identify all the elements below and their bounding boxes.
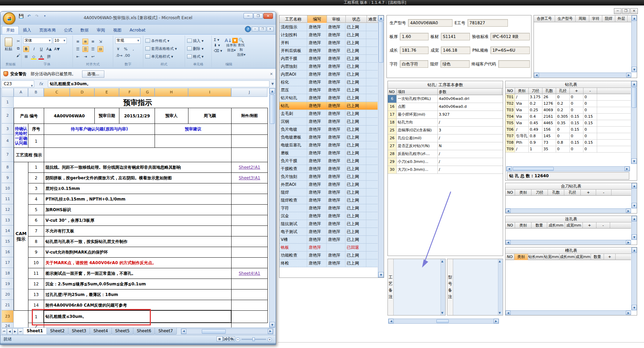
link_table-scroll-right-icon[interactable]: ▶ (626, 240, 631, 244)
align-bottom-icon[interactable]: ≡ (90, 39, 96, 44)
info-value-验收标准[interactable]: IPC-6012 Ⅱ级 (490, 33, 530, 40)
excel-close-icon[interactable]: ✕ (263, 13, 273, 19)
cell-C16[interactable]: V-cut允许削到MARK点的保护环 (44, 247, 232, 258)
font-grow-icon[interactable]: A▲ (46, 46, 52, 52)
autosum-button[interactable]: Σ ▾ (214, 38, 222, 42)
drill-scroll-right-icon[interactable]: ▶ (625, 167, 630, 171)
cell-I2[interactable]: 周飞颖 (188, 108, 232, 124)
info-value-板厚[interactable]: 1.60 (400, 33, 429, 40)
process-vscrollbar[interactable]: ▲▼ (378, 15, 384, 278)
cell-H2[interactable]: 预审人 (155, 108, 188, 124)
cell-B4[interactable]: 1 (28, 134, 44, 148)
font-color-icon[interactable]: A (38, 54, 44, 60)
info-value-E工号[interactable]: 781827 (468, 19, 508, 27)
merge-header-合拼工号[interactable]: 合拼工号 (534, 15, 555, 22)
merge-vscrollbar[interactable]: ▲▼ (631, 15, 637, 72)
process-scroll-thumb[interactable] (379, 22, 383, 63)
slot_table-header-钻长mm[interactable]: 钻长mm (528, 254, 544, 260)
close-icon[interactable]: ✕ (630, 8, 638, 14)
fill-button[interactable]: ⬇ ▾ (214, 43, 222, 48)
row-header-23[interactable]: 23 (1, 310, 14, 323)
cell-F2[interactable]: 2015/12/29 (119, 108, 155, 124)
link_table-header-类别[interactable]: 类别 (515, 222, 531, 229)
comma-icon[interactable]: , (130, 46, 136, 52)
excel-minimize-icon[interactable]: ─ (244, 13, 253, 19)
process-row-功能检查[interactable]: 功能检查唐艳萍唐艳萍已上网 (279, 252, 378, 259)
security-bar-close-icon[interactable]: ✕ (270, 69, 273, 79)
scroll-up-icon[interactable]: ▲ (270, 88, 275, 94)
slot_table-header-成长mm[interactable]: 成长mm (560, 254, 575, 260)
cell-B13[interactable]: 6 (28, 215, 44, 226)
cell-J21[interactable] (231, 300, 268, 311)
note-right-down-icon[interactable]: ▼ (499, 311, 501, 314)
font-name-select[interactable]: 宋体▼ (23, 38, 52, 44)
drill-scroll-down-icon[interactable]: ▼ (631, 158, 637, 164)
row-header-20[interactable]: 20 (1, 289, 14, 300)
scroll-thumb[interactable] (436, 319, 449, 323)
slot_table-vscrollbar[interactable]: ▲▼ (631, 247, 637, 310)
slot_table-header-类别[interactable]: 类别 (514, 254, 528, 260)
process-row-负电镀磨板[interactable]: 负电镀磨板唐艳萍唐艳萍已上网 (279, 133, 378, 141)
drill-vscrollbar[interactable]: ▲▼ (631, 81, 637, 164)
combine_table-vscrollbar[interactable]: ▲▼ (631, 183, 637, 208)
hscroll-right-icon[interactable]: ▶ (268, 329, 273, 334)
link_table-header-NO[interactable]: NO (505, 222, 515, 229)
drill-header--[interactable]: - (583, 88, 597, 94)
process-row-阻抗测试[interactable]: 阻抗测试唐艳萍唐艳萍已上网 (279, 220, 378, 228)
sheet-tab-Sheet7[interactable]: Sheet7 (155, 328, 176, 335)
increase-decimal-icon[interactable]: .0→ (115, 53, 123, 59)
cell-J11[interactable] (231, 194, 268, 205)
link_table-scroll-down-icon[interactable]: ▼ (632, 234, 637, 240)
drill-header-+[interactable]: + (570, 88, 583, 94)
grid-corner-cell[interactable] (1, 88, 14, 97)
note-right-scroll[interactable]: ▲▼ (498, 259, 503, 315)
cell-C8[interactable]: 阻抗线。间距不一致移线处理。部分线两边没有铜皮即非共面地忽略其影响 (44, 162, 232, 173)
row-header-21[interactable]: 21 (1, 300, 14, 310)
row-header-18[interactable]: 18 (1, 268, 14, 279)
row-header-19[interactable]: 19 (1, 279, 14, 289)
column-header-G[interactable]: G (140, 88, 155, 97)
row-header-11[interactable]: 11 (1, 194, 14, 204)
drill-row-T04[interactable]: T04Via0.421610.3050.150.15 (505, 114, 631, 120)
scroll-left-icon[interactable]: ◀ (389, 319, 394, 323)
process-row-内层蚀刻[interactable]: 内层蚀刻唐艳萍唐艳萍已上网 (279, 63, 378, 70)
params-row-29[interactable]: 29小刀(≤0.3mm).../ (388, 158, 503, 166)
cell-J12[interactable] (231, 204, 268, 215)
orientation-icon[interactable]: ⇲ (97, 39, 103, 44)
combine_table-scroll-left-icon[interactable]: ◀ (505, 209, 511, 213)
help-icon[interactable]: ? (245, 26, 251, 32)
fill-color-icon[interactable]: ◇ (31, 54, 37, 60)
params-row-17[interactable]: 17最小焊环宽(mil)3.927 (388, 111, 503, 119)
cell-B8[interactable]: 1 (28, 162, 44, 173)
cell-C19[interactable]: 沉金：2.5um≦镍厚≦5um,0.05um≦金厚≦0.1um (44, 279, 232, 289)
merge-header-外层[interactable]: 外层 (615, 15, 628, 22)
cell-C1[interactable]: 预审指示 (44, 97, 232, 108)
cell-C2[interactable]: 4A00V06WA0 (44, 108, 95, 124)
combine_table-scroll-right-icon[interactable]: ▶ (626, 209, 631, 213)
worksheet-vscrollbar[interactable]: ▲ ▼ (269, 88, 276, 327)
ribbon-tab-插入[interactable]: 插入 (19, 26, 35, 35)
process-row-层压[interactable]: 层压唐艳萍唐艳萍已上网 (279, 86, 378, 94)
increase-indent-icon[interactable]: ⇥ (82, 54, 88, 60)
combine_table-hscrollbar[interactable]: ◀▶ (505, 208, 631, 213)
format-as-table-button[interactable]: 套用表格格式 ▾ (145, 46, 177, 51)
info-value-终端客户代码[interactable] (498, 60, 530, 68)
ribbon-tab-视图[interactable]: 视图 (109, 26, 126, 35)
link_table-header--[interactable]: - (596, 222, 610, 229)
process-row-内层干膜[interactable]: 内层干膜唐艳萍唐艳萍已上网 (279, 55, 378, 63)
link_table-header-成长mm[interactable]: 成长mm (547, 222, 565, 229)
drill-header-NO[interactable]: NO (505, 88, 515, 94)
worksheet-hscroll-thumb[interactable] (202, 329, 226, 334)
cell-C13[interactable]: V-cut 30°，余厚1/3板厚 (44, 215, 232, 226)
process-row-铣板[interactable]: 铣板唐艳萍已回退 (279, 244, 378, 252)
info-value-成长[interactable]: 181.76 (400, 47, 429, 54)
zoom-level[interactable]: 100% (223, 337, 234, 341)
row-header-16[interactable]: 16 (1, 247, 14, 257)
align-middle-icon[interactable]: ≡ (82, 39, 88, 44)
row-header-3[interactable]: 3 (1, 124, 14, 134)
slot_table-scroll-right-icon[interactable]: ▶ (626, 311, 631, 315)
cell-C15[interactable]: 钻孔层与孔表不一致，按实际钻孔层文件制作 (44, 236, 232, 247)
cell-J20[interactable] (231, 289, 268, 300)
params-row-28[interactable]: 28反面钻孔程序(zf-.../ (388, 150, 503, 158)
cell-C12[interactable]: 加ROHS标识 (44, 204, 232, 215)
